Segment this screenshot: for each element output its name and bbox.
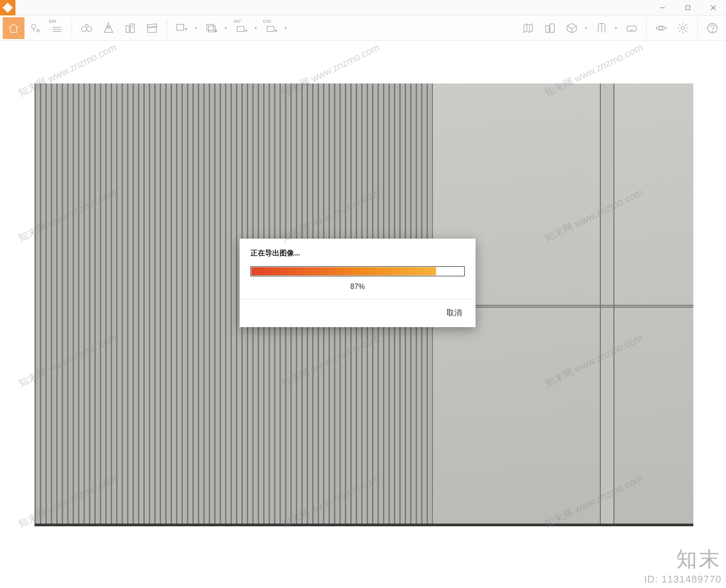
walkthrough-button[interactable]	[98, 17, 119, 39]
viewport: 正在导出图像... 87% 取消	[0, 41, 726, 588]
render-baseboard	[433, 524, 693, 526]
settings-button[interactable]	[672, 17, 694, 39]
toolbar-divider	[697, 19, 698, 37]
cube-button[interactable]	[561, 17, 583, 39]
help-button[interactable]	[701, 17, 723, 39]
svg-point-10	[87, 26, 92, 31]
progress-bar	[250, 266, 465, 276]
dialog-title: 正在导出图像...	[250, 249, 465, 258]
map-button[interactable]	[517, 17, 539, 39]
svg-point-4	[32, 24, 36, 28]
svg-point-29	[681, 26, 685, 30]
svg-rect-19	[208, 26, 215, 32]
export-image-dropdown[interactable]: ▾	[192, 25, 199, 30]
cancel-button[interactable]: 取消	[442, 305, 466, 321]
location-button[interactable]	[25, 17, 46, 39]
export-image-button[interactable]	[171, 17, 192, 39]
toolbar-divider	[167, 19, 167, 37]
progress-fill	[251, 267, 436, 275]
svg-rect-12	[126, 25, 130, 32]
svg-rect-17	[177, 24, 184, 30]
svg-rect-21	[267, 26, 274, 31]
gate-dropdown[interactable]: ▾	[613, 25, 619, 30]
gate-button[interactable]	[591, 17, 613, 39]
svg-rect-1	[686, 5, 690, 10]
visibility-button[interactable]	[650, 17, 672, 39]
svg-point-11	[108, 26, 110, 28]
svg-rect-24	[546, 25, 549, 32]
svg-rect-20	[237, 26, 244, 31]
export-sequence-button[interactable]	[201, 17, 222, 39]
export-360-button[interactable]: 360°	[231, 17, 252, 39]
movie-button[interactable]	[141, 17, 163, 39]
export-sequence-dropdown[interactable]: ▾	[222, 25, 229, 30]
toolbar-divider	[72, 19, 72, 37]
vr-button[interactable]	[621, 17, 643, 39]
app-logo-icon	[0, 0, 15, 15]
svg-rect-25	[550, 24, 554, 32]
svg-rect-18	[207, 24, 214, 30]
export-progress-dialog: 正在导出图像... 87% 取消	[240, 239, 476, 327]
export-exe-dropdown[interactable]: ▾	[282, 25, 289, 30]
titlebar	[0, 0, 726, 15]
svg-point-9	[82, 26, 87, 31]
buildings-right-button[interactable]	[539, 17, 561, 39]
svg-rect-27	[627, 26, 637, 31]
export-exe-button[interactable]: EXE	[260, 17, 282, 39]
home-button[interactable]	[3, 17, 25, 39]
export-exe-label: EXE	[263, 19, 271, 24]
svg-rect-16	[148, 27, 157, 32]
export-360-dropdown[interactable]: ▾	[252, 25, 259, 30]
minimize-button[interactable]	[650, 0, 675, 15]
bim-label: BIM	[49, 19, 56, 24]
main-toolbar: BIM ▾ ▾ 360° ▾ EXE ▾ ▾ ▾	[0, 15, 726, 41]
cube-dropdown[interactable]: ▾	[583, 25, 589, 30]
close-button[interactable]	[701, 0, 726, 15]
buildings-button[interactable]	[119, 17, 141, 39]
toolbar-divider	[646, 19, 647, 37]
maximize-button[interactable]	[675, 0, 701, 15]
svg-rect-13	[130, 24, 134, 32]
binoculars-button[interactable]	[76, 17, 98, 39]
export-360-label: 360°	[233, 19, 242, 24]
svg-point-31	[712, 30, 713, 31]
bim-button[interactable]: BIM	[46, 17, 68, 39]
svg-point-28	[659, 26, 663, 30]
svg-point-5	[37, 29, 39, 32]
progress-percent: 87%	[250, 276, 465, 293]
